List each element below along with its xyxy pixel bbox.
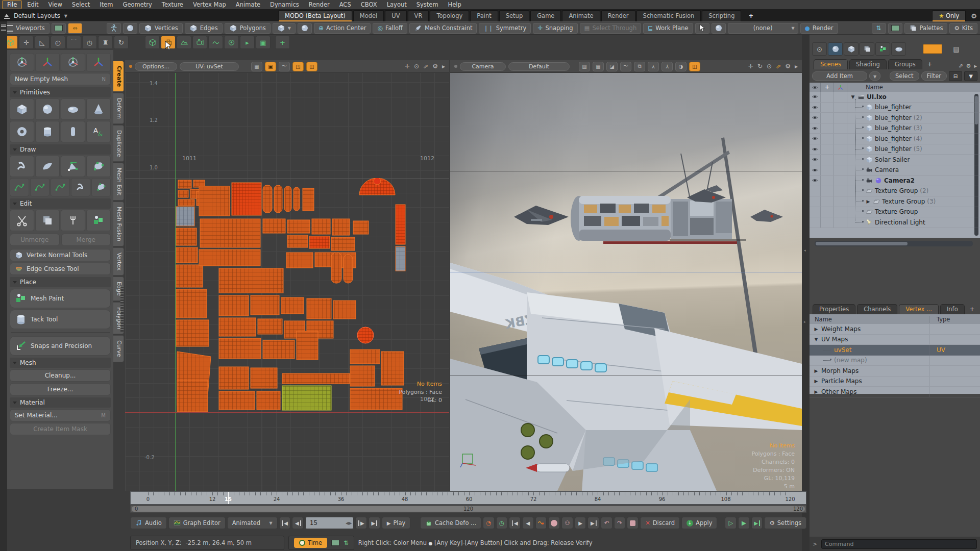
pan-icon[interactable]: ✛ [748,63,753,70]
panel-menu-arrow[interactable]: ▸ [974,63,977,69]
layout-tab-vr[interactable]: VR [408,10,429,21]
viewport-menu-arrow[interactable]: ▸ [442,63,445,70]
maximize-icon[interactable]: ⇗ [776,63,781,70]
transform-icon-button[interactable]: ✛ [19,36,34,49]
camera-3d-viewport[interactable]: Camera Default ▨ ▦ ◪ 〜 ⧉ ⋏ ⅄ ◑ ◫ ✛ ↻ ⊙ ⇗… [450,60,802,491]
skeleton-toggle[interactable]: ⋏ [648,62,659,71]
menu-file[interactable]: File [2,0,22,9]
menu-texture[interactable]: Texture [157,1,188,9]
collapse-arrow-icon[interactable]: ◂ [804,249,807,253]
bone-icon-button[interactable]: ⌒ [66,36,81,49]
bezier-tool[interactable] [51,178,70,196]
merge-button[interactable]: Merge [61,234,111,246]
settings-button[interactable]: ⚙Settings [764,517,806,529]
scene-row-blue-fighter-5[interactable]: blue_fighter(5) [810,144,980,155]
pose-tool-button[interactable]: ⚇ [561,517,573,529]
symmetry-button[interactable]: ❘❘Symmetry [479,23,531,34]
add-lower-tab-button[interactable]: + [966,305,978,314]
scene-row-camera[interactable]: Camera [810,165,980,176]
tab-mesh-fusion[interactable]: Mesh Fusion [113,202,124,246]
add-image-icon-button[interactable] [177,36,191,49]
tack-tool-button[interactable]: Tack Tool [10,310,111,329]
record-button[interactable] [548,517,560,529]
scene-row-texture-group-2[interactable]: Texture Group(2) [810,186,980,197]
gear-icon[interactable]: ⚙ [971,12,977,21]
tab-mesh-edit[interactable]: Mesh Edit [113,163,124,201]
viewports-button[interactable]: Viewports [3,23,50,34]
curve-fill-tool[interactable] [91,178,111,196]
jump-prev-key-button[interactable]: ◀ [522,517,534,529]
uv-editor-viewport[interactable]: Options... UV: uvSet ▦ ▣ 〜 ◳ ◫ ✛ ⊙ ⇗ ⚙ ▸… [125,60,449,491]
uv-sphere-icon[interactable] [828,42,843,56]
action-center-button[interactable]: ⊕Action Center [314,23,371,34]
panel-resize-grip[interactable] [120,286,124,332]
time-marker-icon[interactable]: ◷ [496,517,508,529]
scene-row-solar-sailer[interactable]: Solar Sailer [810,155,980,165]
jump-first-key-button[interactable]: ◀ [509,517,521,529]
expand-caret[interactable]: ▼ [850,94,855,99]
primitive-cube-tool[interactable] [10,98,34,120]
tab-scenes[interactable]: Scenes [814,59,848,69]
layout-tab-game[interactable]: Game [530,10,561,21]
sphere-pair-button[interactable] [712,23,726,34]
vertex-normal-tools-button[interactable]: Vertex Normal Tools [10,249,111,261]
timeline-range-bar[interactable]: 0 120 120 [130,505,806,513]
select-rollover-button[interactable] [298,23,312,34]
vmap-row-uv-maps[interactable]: ▼UV Maps [810,335,980,345]
tab-duplicate[interactable]: Duplicate [113,125,124,162]
add-locator-icon-button[interactable]: ⦿ [224,36,239,49]
expand-caret[interactable]: ▶ [814,368,819,373]
animated-channels-dropdown[interactable]: Animated▼ [227,517,278,529]
selection-mode-dropdown[interactable]: ▼ [273,23,296,34]
visibility-eye-icon[interactable] [812,167,818,173]
section-primitives[interactable]: Primitives [10,87,111,97]
tab-create[interactable]: Create [113,61,124,92]
menu-help[interactable]: Help [444,1,466,9]
uv-distortion-toggle[interactable]: 〜 [279,62,290,71]
tab-properties[interactable]: Properties [813,304,855,314]
visibility-eye-icon[interactable] [812,125,818,132]
wireframe-toggle[interactable]: ▨ [579,62,590,71]
name-column-header[interactable]: Name [847,84,883,91]
pan-icon[interactable]: ✛ [405,63,410,70]
tab-vertex[interactable]: Vertex [113,247,124,276]
texture-toggle[interactable]: ▦ [593,62,604,71]
kits-button[interactable]: ⚙Kits [949,23,977,34]
section-mesh[interactable]: Mesh [10,358,111,368]
play-button[interactable]: ▶Play [382,517,411,529]
move-tool[interactable] [35,53,60,71]
auto-key-button[interactable] [535,517,547,529]
scene-row-texture-group[interactable]: Texture Group [810,207,980,218]
expand-caret[interactable]: ▶ [814,379,819,384]
menu-select[interactable]: Select [67,1,94,9]
mesh-constraint-button[interactable]: Mesh Constraint [409,23,477,34]
menu-render[interactable]: Render [304,1,334,9]
store-pose-button[interactable] [627,517,639,529]
play-to-end-button[interactable]: ▶ [751,517,763,529]
cubes-blue-icon[interactable] [875,42,890,56]
scene-row-texture-group-3[interactable]: ▶Texture Group(3) [810,196,980,207]
scene-row-blue-fighter-3[interactable]: blue_fighter(3) [810,123,980,134]
uv-tile-toggle[interactable]: ◫ [306,62,317,71]
jump-next-key-button[interactable]: ▶ [575,517,586,529]
menu-cbox[interactable]: CBOX [356,1,382,9]
redo-pose-button[interactable]: ↷ [614,517,626,529]
camera-selector[interactable]: Camera [460,62,506,71]
vmap-row-uvset[interactable]: uvSet UV [810,345,980,356]
visibility-eye-icon[interactable] [812,114,818,121]
menu-acs[interactable]: ACS [335,1,356,9]
primitive-ellipsoid-tool[interactable] [61,98,85,120]
pointer-tool-button[interactable] [695,23,709,34]
viewport-gear-icon[interactable]: ⚙ [785,63,791,70]
discard-button[interactable]: ✕Discard [640,517,680,529]
expand-caret[interactable]: ▶ [866,199,871,204]
next-keyframe-button[interactable]: ▶ [355,517,367,529]
section-draw[interactable]: Draw [10,144,111,155]
expand-panel-icon[interactable]: ⇗ [958,63,963,69]
list-options-icon[interactable]: ⊟ [949,71,962,81]
scene-row-blue-fighter-4[interactable]: blue_fighter(4) [810,134,980,144]
patch-tool[interactable] [35,156,60,177]
palettes-button[interactable]: Palettes [904,23,948,34]
vmap-row-new-map[interactable]: (new map) [810,356,980,366]
orbit-icon[interactable]: ↻ [757,63,763,70]
